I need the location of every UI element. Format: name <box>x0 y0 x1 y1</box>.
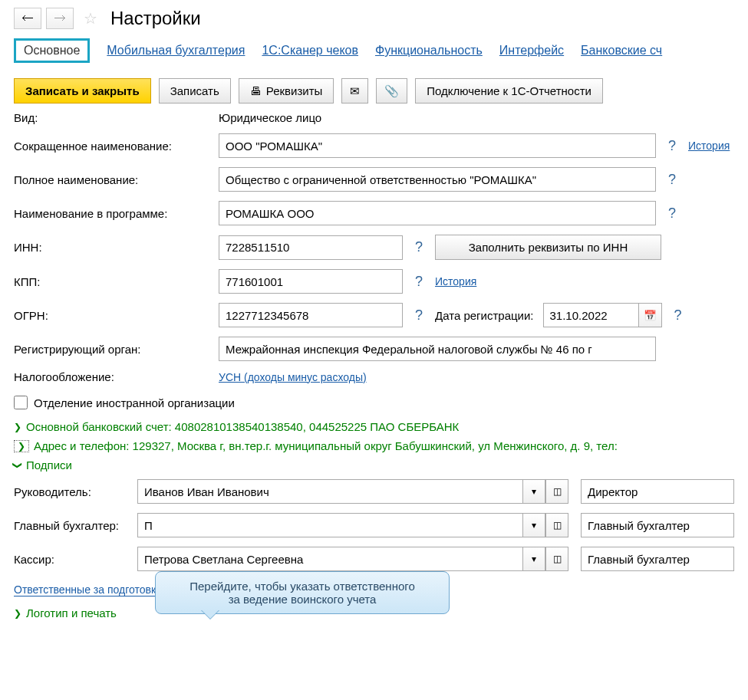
paperclip-icon: 📎 <box>384 84 399 98</box>
reg-date-label: Дата регистрации: <box>435 309 534 322</box>
kpp-history-link[interactable]: История <box>435 275 476 288</box>
open-icon: ◫ <box>553 554 562 564</box>
help-icon[interactable]: ? <box>671 307 685 324</box>
reg-date-input[interactable] <box>543 303 639 327</box>
dropdown-button[interactable]: ▾ <box>522 479 545 504</box>
bank-account-section[interactable]: ❯ Основной банковский счет: 408028101385… <box>0 417 748 436</box>
foreign-branch-checkbox[interactable] <box>14 396 28 409</box>
full-name-label: Полное наименование: <box>14 173 209 186</box>
address-text: Адрес и телефон: 129327, Москва г, вн.те… <box>34 439 618 452</box>
inn-label: ИНН: <box>14 241 209 254</box>
nav-back-button[interactable]: 🡐 <box>14 8 41 29</box>
foreign-branch-label: Отделение иностранной организации <box>34 396 235 409</box>
open-icon: ◫ <box>553 486 562 497</box>
tab-mobile[interactable]: Мобильная бухгалтерия <box>107 44 245 58</box>
email-button[interactable]: ✉ <box>341 78 368 104</box>
short-name-input[interactable] <box>219 133 656 158</box>
help-icon[interactable]: ? <box>665 138 679 154</box>
chevron-down-icon: ▾ <box>532 554 536 564</box>
short-name-label: Сокращенное наименование: <box>14 140 209 153</box>
accountant-label: Главный бухгалтер: <box>14 519 131 532</box>
chevron-down-icon: ❯ <box>12 462 23 469</box>
save-button[interactable]: Записать <box>159 78 231 104</box>
director-name-input[interactable] <box>137 479 522 504</box>
tab-main[interactable]: Основное <box>14 38 90 63</box>
requisites-button[interactable]: 🖶 Реквизиты <box>239 78 334 104</box>
tab-bank[interactable]: Банковские сч <box>581 44 662 58</box>
nav-forward-button[interactable]: 🡒 <box>46 8 74 29</box>
help-icon[interactable]: ? <box>412 239 426 255</box>
chevron-right-icon: ❯ <box>14 422 21 432</box>
inn-input[interactable] <box>219 235 403 260</box>
kpp-input[interactable] <box>219 269 403 294</box>
chevron-down-icon: ▾ <box>532 520 536 531</box>
open-button[interactable]: ◫ <box>545 479 568 504</box>
cashier-label: Кассир: <box>14 553 131 566</box>
open-icon: ◫ <box>553 520 562 531</box>
taxation-link[interactable]: УСН (доходы минус расходы) <box>219 371 367 383</box>
tooltip-line2: за ведение воинского учета <box>168 593 437 606</box>
connect-reporting-button[interactable]: Подключение к 1С-Отчетности <box>415 78 603 104</box>
tooltip-line1: Перейдите, чтобы указать ответственного <box>168 580 437 593</box>
cashier-role-input[interactable] <box>581 547 734 571</box>
tooltip: Перейдите, чтобы указать ответственного … <box>155 571 450 614</box>
history-link[interactable]: История <box>688 140 730 152</box>
chevron-down-icon: ▾ <box>532 486 536 497</box>
chevron-right-icon: ❯ <box>14 608 21 619</box>
tab-scanner[interactable]: 1С:Сканер чеков <box>262 44 358 58</box>
signatures-text: Подписи <box>26 458 72 472</box>
calendar-button[interactable]: 📅 <box>639 303 662 327</box>
print-icon: 🖶 <box>250 84 262 97</box>
cashier-name-input[interactable] <box>137 547 522 571</box>
reg-authority-input[interactable] <box>219 337 656 361</box>
attach-button[interactable]: 📎 <box>376 78 407 104</box>
page-title: Настройки <box>110 8 201 29</box>
bank-account-text: Основной банковский счет: 40802810138540… <box>26 420 459 433</box>
director-role-input[interactable] <box>581 479 734 504</box>
accountant-name-input[interactable] <box>137 513 522 537</box>
type-label: Вид: <box>14 111 209 124</box>
program-name-input[interactable] <box>219 201 656 225</box>
reg-authority-label: Регистрирующий орган: <box>14 343 209 356</box>
help-icon[interactable]: ? <box>412 274 426 290</box>
ogrn-input[interactable] <box>219 303 403 327</box>
open-button[interactable]: ◫ <box>545 513 568 537</box>
help-icon[interactable]: ? <box>665 205 679 222</box>
ogrn-label: ОГРН: <box>14 309 209 322</box>
dropdown-button[interactable]: ▾ <box>522 547 545 571</box>
logo-stamp-text: Логотип и печать <box>26 606 117 619</box>
tab-interface[interactable]: Интерфейс <box>499 44 564 58</box>
taxation-label: Налогообложение: <box>14 370 209 383</box>
tab-functionality[interactable]: Функциональность <box>375 44 483 58</box>
address-section[interactable]: ❯ Адрес и телефон: 129327, Москва г, вн.… <box>0 436 748 455</box>
help-icon[interactable]: ? <box>412 307 426 324</box>
email-icon: ✉ <box>350 84 360 98</box>
open-button[interactable]: ◫ <box>545 547 568 571</box>
favorite-icon[interactable]: ☆ <box>81 9 100 28</box>
accountant-role-input[interactable] <box>581 513 734 537</box>
fill-by-inn-button[interactable]: Заполнить реквизиты по ИНН <box>435 235 661 260</box>
dropdown-button[interactable]: ▾ <box>522 513 545 537</box>
chevron-right-icon: ❯ <box>14 440 29 452</box>
signatures-section[interactable]: ❯ Подписи <box>0 455 748 475</box>
full-name-input[interactable] <box>219 167 656 192</box>
save-close-button[interactable]: Записать и закрыть <box>14 78 151 104</box>
type-value: Юридическое лицо <box>219 111 321 124</box>
director-label: Руководитель: <box>14 485 131 498</box>
help-icon[interactable]: ? <box>665 172 679 188</box>
kpp-label: КПП: <box>14 275 209 288</box>
program-name-label: Наименование в программе: <box>14 207 209 220</box>
calendar-icon: 📅 <box>644 310 657 321</box>
